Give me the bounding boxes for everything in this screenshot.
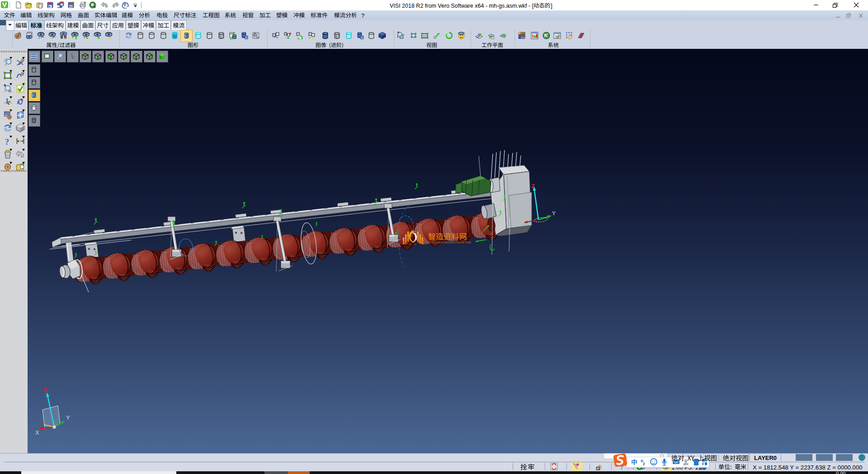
svg-text:Z: Z xyxy=(531,183,535,190)
svg-text:Y: Y xyxy=(552,210,556,217)
svg-text:Y: Y xyxy=(66,414,70,421)
svg-text:X: X xyxy=(35,429,39,436)
svg-text:7: 7 xyxy=(687,462,689,466)
svg-text:Z: Z xyxy=(43,386,47,393)
svg-text:?: ? xyxy=(5,137,9,146)
svg-text:1:1: 1:1 xyxy=(423,34,427,38)
